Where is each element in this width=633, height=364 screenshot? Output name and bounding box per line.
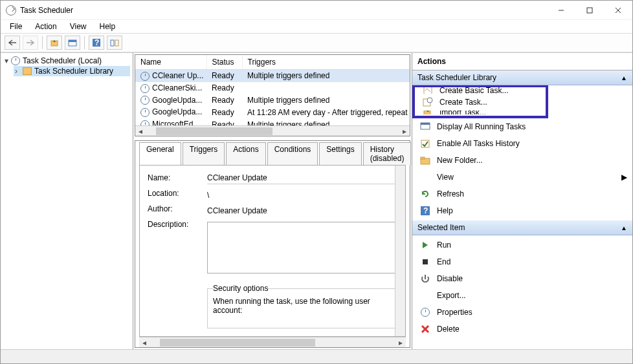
action-label: Create Basic Task... xyxy=(439,87,509,94)
actions-section-selected[interactable]: Selected Item ▲ xyxy=(412,220,632,235)
svg-rect-16 xyxy=(421,123,430,125)
security-legend: Security options xyxy=(213,284,268,293)
name-value: CCleaner Update xyxy=(207,173,397,184)
vertical-scrollbar[interactable] xyxy=(395,166,405,336)
menubar: File Action View Help xyxy=(1,20,632,33)
col-status[interactable]: Status xyxy=(206,55,242,70)
delete-icon xyxy=(420,324,430,334)
properties-button[interactable] xyxy=(65,36,80,50)
task-details: General Triggers Actions Conditions Sett… xyxy=(135,140,410,348)
svg-rect-10 xyxy=(115,40,118,46)
window-controls xyxy=(547,1,632,20)
svg-point-13 xyxy=(427,98,432,103)
action-label: End xyxy=(437,257,450,266)
detail-tabs: General Triggers Actions Conditions Sett… xyxy=(135,141,410,165)
table-row[interactable]: GoogleUpda...ReadyMultiple triggers defi… xyxy=(135,94,410,107)
action-disable[interactable]: Disable xyxy=(412,270,632,287)
table-row[interactable]: MicrosoftEd...ReadyMultiple triggers def… xyxy=(135,118,410,125)
action-delete[interactable]: Delete xyxy=(412,321,632,337)
folder-icon xyxy=(420,155,430,166)
svg-rect-9 xyxy=(111,40,114,46)
navigation-tree[interactable]: ▾ Task Scheduler (Local) › Task Schedule… xyxy=(1,53,133,349)
author-value: CCleaner Update xyxy=(207,206,397,215)
import-icon xyxy=(423,111,433,114)
enable-icon xyxy=(420,138,430,149)
table-row[interactable]: GoogleUpda...ReadyAt 11:28 AM every day … xyxy=(135,106,410,118)
tree-library[interactable]: › Task Scheduler Library xyxy=(14,66,130,76)
task-icon xyxy=(140,120,150,125)
action-label: Refresh xyxy=(437,189,464,198)
app-icon xyxy=(6,5,16,16)
tree-library-label: Task Scheduler Library xyxy=(34,67,113,76)
tab-settings[interactable]: Settings xyxy=(319,142,361,165)
action-help[interactable]: ?Help xyxy=(412,202,632,219)
svg-rect-22 xyxy=(423,259,428,264)
collapse-icon: ▲ xyxy=(621,224,627,231)
col-name[interactable]: Name xyxy=(135,55,206,70)
name-label: Name: xyxy=(148,173,199,182)
menu-file[interactable]: File xyxy=(5,21,27,32)
action-enable-all-tasks-history[interactable]: Enable All Tasks History xyxy=(412,135,632,152)
help-button[interactable]: ? xyxy=(89,36,104,50)
minimize-button[interactable] xyxy=(547,1,575,20)
action-end[interactable]: End xyxy=(412,253,632,270)
details-hscroll[interactable]: ◂▸ xyxy=(139,337,406,347)
close-button[interactable] xyxy=(604,1,632,20)
table-row[interactable]: CCleaner Up...ReadyMultiple triggers def… xyxy=(135,70,410,82)
wizard-icon xyxy=(423,87,433,94)
tab-triggers[interactable]: Triggers xyxy=(183,142,225,165)
task-icon xyxy=(423,97,433,107)
action-refresh[interactable]: Refresh xyxy=(412,186,632,202)
actions-list-selected: RunEndDisableExport...PropertiesDelete xyxy=(412,235,632,349)
nav-forward-button[interactable] xyxy=(23,36,38,50)
collapse-icon: ▲ xyxy=(621,74,627,81)
tab-conditions[interactable]: Conditions xyxy=(267,142,318,165)
action-display-all-running-tasks[interactable]: Display All Running Tasks xyxy=(412,118,632,135)
display-icon xyxy=(420,122,430,132)
tree-root[interactable]: ▾ Task Scheduler (Local) xyxy=(3,56,130,66)
action-label: Delete xyxy=(437,325,460,334)
up-level-button[interactable] xyxy=(47,36,62,50)
action-create-basic-task[interactable]: Create Basic Task... xyxy=(415,87,546,94)
location-label: Location: xyxy=(148,189,199,198)
action-label: Run xyxy=(437,241,451,250)
show-hide-button[interactable] xyxy=(107,36,122,50)
run-icon xyxy=(420,240,430,250)
action-export[interactable]: Export... xyxy=(412,287,632,304)
props-icon xyxy=(420,307,430,317)
location-value: \ xyxy=(207,191,397,200)
action-new-folder[interactable]: New Folder... xyxy=(412,152,632,169)
description-box[interactable] xyxy=(207,222,397,273)
col-triggers[interactable]: Triggers xyxy=(242,55,410,70)
menu-help[interactable]: Help xyxy=(94,21,121,32)
actions-section-library[interactable]: Task Scheduler Library ▲ xyxy=(412,70,632,85)
nav-back-button[interactable] xyxy=(5,36,20,50)
task-icon xyxy=(140,72,150,81)
maximize-button[interactable] xyxy=(575,1,604,20)
scheduler-icon xyxy=(11,56,20,65)
action-run[interactable]: Run xyxy=(412,237,632,253)
titlebar: Task Scheduler xyxy=(1,1,632,20)
actions-list-library: Create Basic Task...Create Task...Import… xyxy=(412,85,632,220)
tab-history[interactable]: History (disabled) xyxy=(363,142,412,165)
security-options: Security options When running the task, … xyxy=(207,284,397,328)
action-import-task[interactable]: Import Task... xyxy=(415,111,546,114)
action-view[interactable]: View▶ xyxy=(412,169,632,186)
tab-actions[interactable]: Actions xyxy=(226,142,265,165)
general-tab-body: Name: Location: Author: Description: CCl… xyxy=(139,165,406,337)
menu-view[interactable]: View xyxy=(65,21,92,32)
task-list[interactable]: Name Status Triggers CCleaner Up...Ready… xyxy=(135,54,410,136)
svg-rect-17 xyxy=(421,140,429,147)
svg-rect-11 xyxy=(424,87,432,94)
table-row[interactable]: CCleanerSki...Ready xyxy=(135,82,410,94)
action-label: Display All Running Tasks xyxy=(437,122,526,131)
horizontal-scrollbar[interactable]: ◂▸ xyxy=(135,125,410,136)
folder-icon xyxy=(23,67,32,75)
refresh-icon xyxy=(420,189,430,199)
action-create-task[interactable]: Create Task... xyxy=(415,94,546,111)
action-properties[interactable]: Properties xyxy=(412,304,632,321)
blank-icon xyxy=(420,290,430,301)
actions-header: Actions xyxy=(412,53,632,70)
tab-general[interactable]: General xyxy=(139,142,181,165)
menu-action[interactable]: Action xyxy=(30,21,61,32)
